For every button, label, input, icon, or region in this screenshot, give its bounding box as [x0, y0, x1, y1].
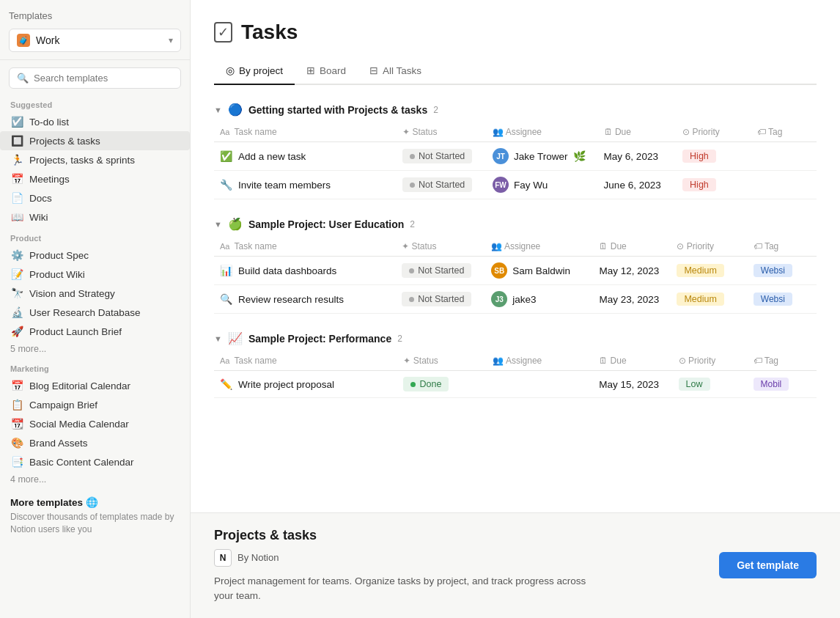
- tab-label: All Tasks: [383, 65, 421, 76]
- task-name-cell: 📊 Build data dashboards: [214, 257, 396, 285]
- assignee-cell: JT Jake Trower 🌿: [487, 142, 598, 171]
- priority-badge: Medium: [677, 264, 723, 277]
- sprints-icon: 🏃: [10, 154, 23, 166]
- tag-cell: [751, 171, 817, 199]
- status-cell: Not Started: [397, 142, 487, 171]
- col-header-status: ✦ Status: [397, 122, 487, 142]
- avatar: SB: [491, 262, 507, 279]
- tab-all-tasks[interactable]: ⊟ All Tasks: [358, 59, 433, 85]
- table-row[interactable]: ✅ Add a new task Not Started: [214, 142, 817, 171]
- sidebar-item-label: User Research Database: [29, 307, 141, 318]
- panel-desc: Project management for teams. Organize t…: [214, 574, 595, 604]
- priority-cell: Low: [673, 371, 748, 398]
- table-row[interactable]: 📊 Build data dashboards Not Started: [214, 257, 817, 285]
- section-header-getting-started: ▼ 🔵 Getting started with Projects & task…: [214, 103, 817, 117]
- tab-label: By project: [239, 65, 283, 76]
- panel-by-text: By Notion: [237, 552, 279, 563]
- table-row[interactable]: 🔧 Invite team members Not Started: [214, 171, 817, 199]
- product-launch-icon: 🚀: [10, 325, 23, 337]
- page-title: Tasks: [241, 21, 298, 44]
- sidebar-item-brand-assets[interactable]: 🎨 Brand Assets: [0, 433, 190, 452]
- sidebar-item-projects-sprints[interactable]: 🏃 Projects, tasks & sprints: [0, 150, 190, 169]
- sidebar-item-projects-tasks[interactable]: 🔲 Projects & tasks: [0, 131, 190, 150]
- notion-logo: N: [214, 549, 232, 567]
- col-header-priority: ⊙ Priority: [671, 237, 747, 257]
- get-template-button[interactable]: Get template: [719, 552, 817, 578]
- brand-icon: 🎨: [10, 437, 23, 449]
- marketing-more-link[interactable]: 4 more...: [0, 471, 190, 488]
- sidebar-item-label: Product Spec: [29, 250, 89, 261]
- table-row[interactable]: ✏️ Write project proposal Done May 15, 2…: [214, 371, 817, 398]
- section-toggle[interactable]: ▼: [214, 106, 222, 114]
- avatar: JT: [493, 148, 509, 164]
- status-cell: Not Started: [397, 171, 487, 199]
- section-toggle[interactable]: ▼: [214, 220, 222, 229]
- priority-cell: High: [677, 171, 751, 199]
- sidebar-item-user-research[interactable]: 🔬 User Research Database: [0, 303, 190, 322]
- priority-badge: High: [682, 178, 716, 191]
- avatar: J3: [491, 291, 507, 307]
- assignee-name: Jake Trower: [514, 151, 568, 162]
- sidebar-item-meetings[interactable]: 📅 Meetings: [0, 169, 190, 188]
- status-dot: [410, 154, 415, 159]
- basic-content-icon: 📑: [10, 456, 23, 468]
- due-cell: May 23, 2023: [593, 285, 671, 314]
- section-count: 2: [397, 334, 402, 344]
- tabs-bar: ◎ By project ⊞ Board ⊟ All Tasks: [214, 59, 817, 85]
- sidebar-item-blog-editorial[interactable]: 📅 Blog Editorial Calendar: [0, 376, 190, 395]
- sidebar: Templates 🧳 Work ▾ 🔍 Suggested ☑️ To-do …: [0, 0, 191, 618]
- sidebar-item-social-media[interactable]: 📆 Social Media Calendar: [0, 414, 190, 433]
- user-research-icon: 🔬: [10, 306, 23, 318]
- status-badge: Not Started: [402, 292, 471, 306]
- sidebar-item-vision-strategy[interactable]: 🔭 Vision and Strategy: [0, 284, 190, 303]
- sidebar-item-basic-content[interactable]: 📑 Basic Content Calendar: [0, 452, 190, 471]
- work-dropdown[interactable]: 🧳 Work ▾: [9, 29, 181, 52]
- todo-icon: ☑️: [10, 116, 23, 128]
- table-row[interactable]: 🔍 Review research results Not Started: [214, 285, 817, 314]
- sidebar-item-product-spec[interactable]: ⚙️ Product Spec: [0, 246, 190, 265]
- product-wiki-icon: 📝: [10, 268, 23, 280]
- tag-badge: Websi: [754, 264, 792, 277]
- sidebar-item-campaign-brief[interactable]: 📋 Campaign Brief: [0, 395, 190, 414]
- search-input[interactable]: [34, 73, 173, 84]
- status-cell: Not Started: [396, 257, 485, 285]
- tag-cell: Websi: [748, 257, 817, 285]
- priority-badge: Medium: [677, 293, 723, 306]
- section-count: 2: [433, 105, 438, 115]
- tasks-title-icon: ✓: [214, 22, 232, 43]
- col-header-status: ✦ Status: [396, 237, 485, 257]
- all-tasks-icon: ⊟: [369, 65, 378, 76]
- product-more-link[interactable]: 5 more...: [0, 341, 190, 357]
- assignee-cell: FW Fay Wu: [487, 171, 598, 199]
- task-name: Build data dashboards: [238, 265, 336, 276]
- task-name-cell: ✏️ Write project proposal: [214, 371, 397, 398]
- tab-by-project[interactable]: ◎ By project: [214, 59, 295, 85]
- main-content: ✓ Tasks ◎ By project ⊞ Board ⊟ All Tasks…: [191, 0, 840, 618]
- col-header-due: 🗓 Due: [593, 237, 671, 257]
- section-performance: ▼ 📈 Sample Project: Performance 2 Aa Tas…: [214, 331, 817, 398]
- tab-board[interactable]: ⊞ Board: [295, 59, 358, 85]
- sidebar-item-label: Social Media Calendar: [29, 419, 129, 430]
- sidebar-item-todo[interactable]: ☑️ To-do list: [0, 112, 190, 131]
- sidebar-header: Templates 🧳 Work ▾: [0, 0, 190, 60]
- section-toggle[interactable]: ▼: [214, 334, 222, 343]
- tab-label: Board: [320, 65, 346, 76]
- tag-badge: Mobil: [754, 378, 789, 391]
- task-table-getting-started: Aa Task name ✦ Status 👥 Assignee 🗓 Due ⊙…: [214, 122, 817, 199]
- more-templates-title[interactable]: More templates 🌐: [10, 496, 180, 508]
- bottom-panel: Projects & tasks N By Notion Project man…: [191, 512, 840, 619]
- assignee-name: Fay Wu: [514, 180, 548, 191]
- status-badge: Not Started: [402, 177, 472, 192]
- sidebar-item-docs[interactable]: 📄 Docs: [0, 188, 190, 207]
- sidebar-item-wiki[interactable]: 📖 Wiki: [0, 207, 190, 227]
- sidebar-item-label: Projects, tasks & sprints: [29, 155, 135, 166]
- suggested-label: Suggested: [0, 93, 190, 112]
- sidebar-item-product-wiki[interactable]: 📝 Product Wiki: [0, 265, 190, 284]
- projects-tasks-icon: 🔲: [10, 135, 23, 147]
- task-name: Review research results: [238, 294, 344, 305]
- search-box[interactable]: 🔍: [9, 67, 181, 89]
- section-getting-started: ▼ 🔵 Getting started with Projects & task…: [214, 103, 817, 199]
- sidebar-item-label: Projects & tasks: [29, 136, 100, 147]
- sidebar-item-product-launch[interactable]: 🚀 Product Launch Brief: [0, 322, 190, 341]
- section-name: Getting started with Projects & tasks: [248, 104, 427, 116]
